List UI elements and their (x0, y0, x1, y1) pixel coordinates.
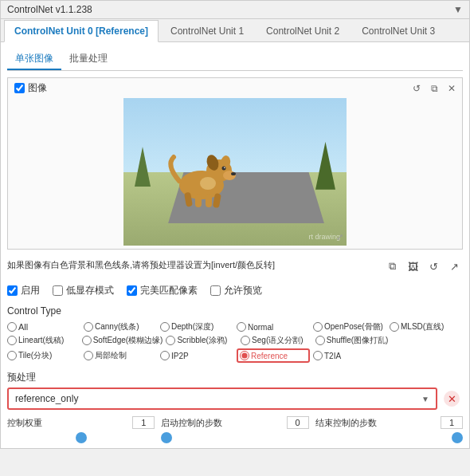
image-container[interactable]: rt drawing ⤢ (8, 98, 462, 249)
control-type-row3: Tile(分块) 局部绘制 IP2P Reference T2IA (7, 348, 463, 363)
slider-start-step: 启动控制的步数 0 (161, 416, 308, 442)
close-tool-btn[interactable]: ✕ (445, 81, 459, 96)
refresh-icon-btn[interactable]: ↺ (425, 258, 442, 275)
icon-tools: ⧉ 🖼 ↺ ↗ (383, 258, 463, 275)
radio-softedge-input[interactable] (82, 336, 92, 345)
content-area: 单张图像 批量处理 图像 ↺ ⧉ ✕ (1, 42, 469, 448)
save-icon-btn[interactable]: 🖼 (404, 258, 421, 275)
expand-icon-btn[interactable]: ↗ (445, 258, 463, 275)
radio-scribble-input[interactable] (166, 336, 175, 345)
radio-reference-input[interactable] (240, 351, 249, 360)
radio-canny-label: Canny(线条) (95, 321, 139, 332)
slider-end-input[interactable] (315, 436, 463, 439)
radio-reference: Reference (237, 348, 310, 363)
radio-scribble: Scribble(涂鸦) (166, 335, 237, 346)
perfectmatch-group: 完美匹配像素 (127, 284, 198, 297)
reset-tool-btn[interactable]: ↺ (409, 81, 424, 96)
radio-mlsd-label: MLSD(直线) (401, 321, 444, 332)
sub-tabs: 单张图像 批量处理 (7, 49, 463, 71)
expand-icon[interactable]: ⤢ (336, 232, 343, 242)
radio-softedge-label: SoftEdge(模糊边缘) (93, 335, 163, 346)
danger-icon-btn[interactable]: ✕ (441, 387, 463, 410)
slider-weight-label: 控制权重 (7, 417, 42, 429)
slider-start-input[interactable] (161, 436, 308, 439)
collapse-arrow[interactable]: ▼ (453, 4, 463, 15)
slider-weight-value[interactable]: 1 (132, 416, 155, 429)
radio-tile-input[interactable] (7, 351, 17, 360)
radio-all-input[interactable] (7, 322, 17, 332)
lowvram-checkbox[interactable] (53, 285, 63, 296)
image-section: 图像 ↺ ⧉ ✕ (7, 77, 463, 250)
radio-empty1 (391, 335, 463, 346)
radio-canny-input[interactable] (84, 322, 93, 332)
slider-end-value[interactable]: 1 (441, 416, 463, 429)
perfectmatch-checkbox[interactable] (127, 285, 137, 296)
radio-ip2p: IP2P (160, 348, 233, 363)
slider-control-weight: 控制权重 1 (7, 416, 155, 442)
radio-depth-input[interactable] (160, 322, 170, 332)
tab-unit0[interactable]: ControlNet Unit 0 [Reference] (4, 20, 159, 42)
radio-reference-label: Reference (251, 352, 288, 360)
svg-point-5 (231, 172, 236, 175)
allowpreview-group: 允许预览 (210, 284, 262, 297)
control-type-section: Control Type All Canny(线条) Depth(深度) Nor… (7, 305, 463, 363)
lowvram-group: 低显存模式 (53, 284, 114, 297)
radio-lineart: Lineart(线稿) (7, 335, 79, 346)
tab-unit3[interactable]: ControlNet Unit 3 (351, 20, 445, 42)
svg-rect-10 (206, 195, 212, 207)
radio-seg-input[interactable] (241, 336, 250, 345)
radio-depth-label: Depth(深度) (171, 321, 213, 332)
radio-all-label: All (18, 322, 28, 332)
sub-tab-batch[interactable]: 批量处理 (61, 49, 116, 70)
radio-shuffle-input[interactable] (315, 336, 325, 345)
radio-all: All (7, 321, 80, 332)
svg-point-4 (223, 171, 236, 180)
preprocess-select-wrapper[interactable]: reference_only ▼ (7, 387, 437, 410)
uploaded-image: rt drawing ⤢ (123, 98, 347, 246)
radio-openpose-input[interactable] (313, 322, 323, 332)
svg-rect-9 (195, 195, 202, 207)
radio-lineart-label: Lineart(线稿) (18, 335, 64, 346)
radio-t2ia-label: T2IA (324, 352, 341, 360)
radio-mlsd-input[interactable] (390, 322, 399, 332)
perfectmatch-label: 完美匹配像素 (140, 284, 198, 297)
tab-unit1[interactable]: ControlNet Unit 1 (160, 20, 254, 42)
radio-empty2 (390, 348, 463, 363)
radio-seg: Seg(语义分割) (241, 335, 312, 346)
radio-local-input[interactable] (84, 351, 93, 360)
preprocess-row: reference_only ▼ ✕ (7, 387, 463, 410)
slider-weight-input[interactable] (7, 436, 155, 439)
lowvram-label: 低显存模式 (66, 284, 114, 297)
image-header: 图像 (8, 78, 462, 98)
main-tabs: ControlNet Unit 0 [Reference] ControlNet… (1, 19, 469, 42)
slider-start-header: 启动控制的步数 0 (161, 416, 308, 429)
radio-openpose: OpenPose(骨骼) (313, 321, 386, 332)
radio-local: 局部绘制 (84, 348, 157, 363)
copy-tool-btn[interactable]: ⧉ (427, 81, 441, 96)
preprocess-select-inner: reference_only ▼ (9, 389, 436, 408)
radio-lineart-input[interactable] (7, 336, 17, 345)
dog-svg (162, 137, 241, 209)
svg-point-7 (224, 167, 225, 168)
radio-t2ia-input[interactable] (313, 351, 323, 360)
radio-scribble-label: Scribble(涂鸦) (177, 335, 227, 346)
enable-checkbox[interactable] (7, 285, 18, 296)
enable-label: 启用 (21, 284, 40, 297)
radio-depth: Depth(深度) (160, 321, 233, 332)
radio-normal-input[interactable] (237, 322, 246, 332)
preprocess-section: 预处理 reference_only ▼ ✕ (7, 371, 463, 410)
slider-weight-header: 控制权重 1 (7, 416, 155, 429)
slider-end-step: 结束控制的步数 1 (315, 416, 463, 442)
options-row: 启用 低显存模式 完美匹配像素 允许预览 (7, 284, 463, 297)
slider-start-value[interactable]: 0 (287, 416, 309, 429)
radio-tile-label: Tile(分块) (18, 350, 52, 361)
image-tools: ↺ ⧉ ✕ (409, 81, 459, 96)
radio-ip2p-input[interactable] (160, 351, 170, 360)
allowpreview-checkbox[interactable] (210, 285, 221, 296)
radio-shuffle: Shuffle(图像打乱) (315, 335, 389, 346)
tab-unit2[interactable]: ControlNet Unit 2 (256, 20, 350, 42)
image-checkbox[interactable] (14, 83, 25, 93)
copy-icon-btn[interactable]: ⧉ (383, 258, 401, 275)
radio-normal: Normal (237, 321, 310, 332)
sub-tab-single[interactable]: 单张图像 (7, 49, 61, 70)
